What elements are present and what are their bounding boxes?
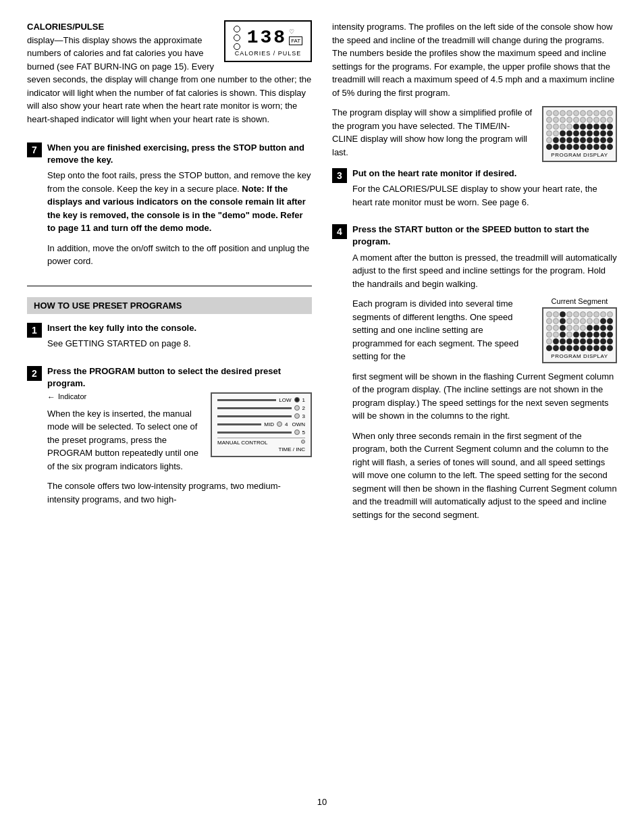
dot [573,325,579,331]
dot [573,144,579,150]
dot [593,345,599,351]
dot [573,345,579,351]
step-7-title: When you are finished exercising, press … [47,142,312,166]
prog-grid-1 [546,110,613,150]
circle-3 [234,43,240,50]
fat-badge: FAT [289,36,302,45]
dot [566,130,572,136]
dot [573,338,579,344]
dot [600,318,606,324]
step-1-title: Insert the key fully into the console. [47,322,312,334]
step-1-number: 1 [27,323,42,338]
dot [566,117,572,123]
dot [566,311,572,317]
circle-1 [234,26,240,32]
dot [607,311,613,317]
dot [546,110,552,116]
dot [593,332,599,338]
dot [566,325,572,331]
program-display-wrap-1: PROGRAM DISPLAY The program display will… [332,106,617,167]
left-column: 138 ♡ FAT CALORIES / PULSE CALORIES/PULS… [27,20,312,783]
step-2-number: 2 [27,366,42,381]
indicator-wrap: ← Indicator [47,392,201,402]
dot [560,325,566,331]
dot [573,318,579,324]
right-column: intensity programs. The profiles on the … [332,20,617,783]
dot [593,144,599,150]
dot [593,338,599,344]
dot [607,110,613,116]
dot [560,137,566,143]
dot [587,110,593,116]
dot [553,318,559,324]
dot [593,325,599,331]
section-divider [27,286,312,286]
step-1-content: Insert the key fully into the console. S… [47,322,312,357]
dot [553,137,559,143]
dot [607,338,613,344]
dot [546,311,552,317]
dot [593,311,599,317]
dot [553,130,559,136]
step-2-block: 2 Press the PROGRAM button to select the… [27,365,312,513]
dot [553,110,559,116]
dot [560,117,566,123]
dot [546,332,552,338]
dot [587,311,593,317]
step-3-title: Put on the heart rate monitor if desired… [352,167,617,180]
current-segment-section: Current Segment [352,297,617,370]
dot [553,345,559,351]
step-2-body-2: The console offers two low-intensity pro… [47,479,312,506]
page-number: 10 [27,797,617,807]
prog-display-label-1: PROGRAM DISPLAY [546,152,613,158]
dot [593,130,599,136]
step-4-content: Press the START button or the SPEED butt… [352,224,617,528]
dot [580,144,586,150]
dot [546,130,552,136]
dot [566,137,572,143]
dot [546,318,552,324]
dot [600,124,606,130]
indicator-label: Indicator [58,392,86,400]
dot [580,124,586,130]
dot [580,137,586,143]
heart-indicator: ♡ [289,28,294,35]
current-segment-display: PROGRAM DISPLAY [542,307,617,363]
dot [593,318,599,324]
dot [566,110,572,116]
dot [600,311,606,317]
step-4-title: Press the START button or the SPEED butt… [352,224,617,248]
dot [553,311,559,317]
dot [580,345,586,351]
dot [607,124,613,130]
dot [593,110,599,116]
dot [560,332,566,338]
dot [573,124,579,130]
dot [560,338,566,344]
dot [587,130,593,136]
dot [607,144,613,150]
dot [546,137,552,143]
dot [566,318,572,324]
step-7-block: 7 When you are finished exercising, pres… [27,142,312,275]
prog-display-label-2: PROGRAM DISPLAY [546,353,613,359]
dot [587,332,593,338]
dot [560,144,566,150]
dot [580,117,586,123]
dot [573,332,579,338]
step-4-body-1: A moment after the button is pressed, th… [352,251,617,291]
dot [587,338,593,344]
calories-display-box: 138 ♡ FAT CALORIES / PULSE [224,20,312,62]
dot [607,332,613,338]
step-1-block: 1 Insert the key fully into the console.… [27,322,312,357]
dot [560,318,566,324]
dot [587,345,593,351]
circle-2 [234,34,240,41]
step-2-content: Press the PROGRAM button to select the d… [47,365,312,513]
page: 138 ♡ FAT CALORIES / PULSE CALORIES/PULS… [0,0,644,834]
dot [600,144,606,150]
dot [580,110,586,116]
step-2-title: Press the PROGRAM button to select the d… [47,365,312,390]
dot [593,124,599,130]
dot [573,130,579,136]
